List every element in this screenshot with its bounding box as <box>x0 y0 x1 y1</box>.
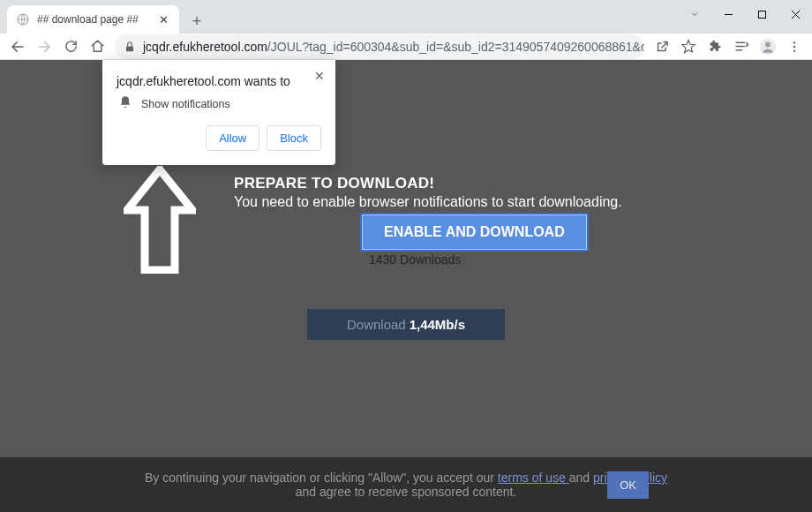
notification-body-text: Show notifications <box>141 98 230 110</box>
reload-button[interactable] <box>58 34 83 59</box>
svg-point-5 <box>765 41 771 47</box>
svg-point-6 <box>793 41 795 43</box>
profile-button[interactable] <box>756 34 780 59</box>
cookie-and: and <box>569 471 593 485</box>
home-button[interactable] <box>85 34 109 59</box>
globe-icon <box>16 12 30 26</box>
notification-close-button[interactable]: ✕ <box>312 69 327 83</box>
forward-button[interactable] <box>32 34 56 59</box>
share-button[interactable] <box>650 34 674 59</box>
block-button[interactable]: Block <box>267 125 321 151</box>
enable-download-button[interactable]: ENABLE AND DOWNLOAD <box>362 215 587 250</box>
maximize-button[interactable] <box>745 2 778 26</box>
download-label: Download <box>347 317 406 332</box>
tab-close-button[interactable]: ✕ <box>156 12 170 26</box>
address-bar[interactable]: jcqdr.efukheretool.com/JOUL?tag_id=60030… <box>115 34 644 59</box>
download-speed-button[interactable]: Download 1,44Mb/s <box>307 309 505 340</box>
allow-button[interactable]: Allow <box>206 125 259 151</box>
back-button[interactable] <box>5 34 30 59</box>
cookie-line1a: By continuing your navigation or clickin… <box>145 471 498 485</box>
lock-icon <box>124 41 136 53</box>
cookie-line2: and agree to receive sponsored content. <box>296 485 517 499</box>
svg-rect-3 <box>126 46 133 51</box>
page-viewport: ✕ jcqdr.efukheretool.com wants to Show n… <box>0 60 812 512</box>
main-subheading: You need to enable browser notifications… <box>234 194 622 210</box>
menu-button[interactable] <box>782 34 807 59</box>
terms-of-use-link[interactable]: terms of use <box>498 471 569 485</box>
url-domain: jcqdr.efukheretool.com <box>143 40 267 54</box>
svg-rect-2 <box>758 11 765 18</box>
reading-list-button[interactable] <box>729 34 754 59</box>
minimize-button[interactable] <box>711 2 745 26</box>
svg-point-7 <box>793 45 795 47</box>
url-path: /JOUL?tag_id=600304&sub_id=&sub_id2=3149… <box>267 40 644 54</box>
cookie-ok-button[interactable]: OK <box>607 471 649 499</box>
notification-permission-popup: ✕ jcqdr.efukheretool.com wants to Show n… <box>102 60 335 165</box>
close-window-button[interactable] <box>778 2 812 26</box>
chevron-down-icon[interactable] <box>678 2 711 26</box>
cookie-consent-bar: By continuing your navigation or clickin… <box>0 457 812 512</box>
up-arrow-icon <box>124 166 196 277</box>
new-tab-button[interactable]: + <box>184 9 209 34</box>
downloads-count: 1430 Downloads <box>369 252 461 267</box>
download-speed: 1,44Mb/s <box>410 317 465 332</box>
browser-toolbar: jcqdr.efukheretool.com/JOUL?tag_id=60030… <box>0 34 812 60</box>
svg-point-8 <box>793 49 795 51</box>
main-heading: PREPARE TO DOWNLOAD! <box>234 175 622 192</box>
notification-header: jcqdr.efukheretool.com wants to <box>117 74 321 88</box>
window-controls <box>678 0 812 28</box>
tab-title: ## download page ## <box>37 13 156 26</box>
bell-icon <box>118 95 132 113</box>
active-tab[interactable]: ## download page ## ✕ <box>7 5 179 34</box>
bookmark-button[interactable] <box>676 34 701 59</box>
cookie-text: By continuing your navigation or clickin… <box>145 471 667 499</box>
main-text-block: PREPARE TO DOWNLOAD! You need to enable … <box>234 175 622 210</box>
extensions-button[interactable] <box>703 34 727 59</box>
